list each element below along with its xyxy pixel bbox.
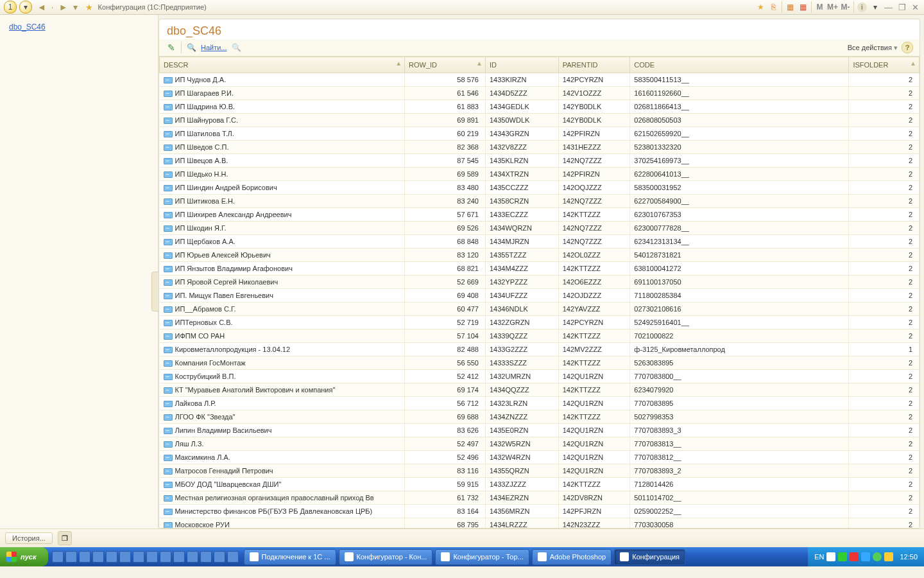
ql-icon[interactable] xyxy=(65,551,77,563)
favorites-icon[interactable]: ★ xyxy=(85,3,93,12)
windows-list-icon[interactable]: ❐ xyxy=(58,531,72,545)
edit-icon[interactable] xyxy=(166,42,177,53)
table-row[interactable]: ИП__Абрамов С.Г.60 47714346NDLK142YAVZZZ… xyxy=(160,302,920,316)
table-row[interactable]: Ляш Л.З.52 4971432W5RZN142QU1RZN77070838… xyxy=(160,437,920,451)
sidebar-collapse-handle[interactable] xyxy=(151,272,158,311)
table-row[interactable]: ИП Янзытов Владимир Агафонович68 8211434… xyxy=(160,262,920,276)
ql-icon[interactable] xyxy=(106,551,117,563)
nav-back-icon[interactable]: ◄ xyxy=(35,2,49,12)
calendar-icon[interactable]: ▦ xyxy=(798,3,808,12)
tray-icon[interactable] xyxy=(838,552,847,561)
info-drop-icon[interactable]: ▾ xyxy=(870,3,880,12)
col-isfolder[interactable]: ISFOLDER▲ xyxy=(849,57,920,73)
nav-drop-icon[interactable]: ▾ xyxy=(71,2,80,12)
table-row[interactable]: Местная религиозная организация правосла… xyxy=(160,491,920,505)
table-row[interactable]: Матросов Геннадий Петрович83 11614355QRZ… xyxy=(160,464,920,478)
taskbar-task[interactable]: Подключение к 1С ... xyxy=(244,549,336,565)
table-row[interactable]: ИП Чуднов Д.А.58 5761433KIRZN142PCYRZN58… xyxy=(160,73,920,87)
ql-icon[interactable] xyxy=(133,551,144,563)
tray-icon[interactable] xyxy=(861,552,870,561)
col-code[interactable]: CODE xyxy=(630,57,849,73)
table-row[interactable]: Министерство финансов РБ(ГБУЗ РБ Давлека… xyxy=(160,505,920,518)
col-parentid[interactable]: PARENTID xyxy=(558,57,630,73)
taskbar-task[interactable]: Adobe Photoshop xyxy=(532,549,612,565)
ql-icon[interactable] xyxy=(187,551,198,563)
help-icon[interactable]: ? xyxy=(902,42,913,53)
close-button[interactable]: ✕ xyxy=(911,3,920,12)
ql-icon[interactable] xyxy=(160,551,171,563)
table-row[interactable]: МБОУ ДОД "Шварцевская ДШИ"59 9151433ZJZZ… xyxy=(160,478,920,491)
table-row[interactable]: Кострубицкий В.П.52 4121432UMRZN142QU1RZ… xyxy=(160,370,920,383)
search-icon[interactable] xyxy=(185,42,197,53)
find-button[interactable]: Найти... xyxy=(201,44,227,51)
mminus-button[interactable]: M- xyxy=(841,3,850,12)
nav-fwd-icon[interactable]: ► xyxy=(56,2,71,12)
clock[interactable]: 12:50 xyxy=(900,553,918,561)
calc-icon[interactable]: ▦ xyxy=(785,3,795,12)
table-row[interactable]: ИП Шведов С.П.82 3681432V8ZZZ1431HEZZZ52… xyxy=(160,141,920,154)
table-row[interactable]: ИП Шадрина Ю.В.61 8831434GEDLK142YB0DLK0… xyxy=(160,100,920,114)
table-row[interactable]: ИП Шитикова Е.Н.83 24014358CRZN142NQ7ZZZ… xyxy=(160,195,920,208)
table-row[interactable]: ИП Шайнурова Г.С.69 89114350WDLK142YB0DL… xyxy=(160,114,920,127)
table-row[interactable]: ИП Юрьев Алексей Юрьевич83 12014355TZZZ1… xyxy=(160,249,920,262)
table-row[interactable]: ИП. Мищук Павел Евгеньевич69 4081434UFZZ… xyxy=(160,289,920,302)
link-icon[interactable]: ⎘ xyxy=(769,3,778,12)
maximize-button[interactable]: ❐ xyxy=(897,3,907,12)
app-dropdown-icon[interactable]: ▾ xyxy=(19,1,32,13)
table-row[interactable]: Максимкина Л.А.52 4961432W4RZN142QU1RZN7… xyxy=(160,451,920,464)
taskbar-task[interactable]: Конфигурация xyxy=(614,549,685,565)
ql-icon[interactable] xyxy=(200,551,212,563)
col-id[interactable]: ID xyxy=(486,57,559,73)
ql-icon[interactable] xyxy=(79,551,90,563)
table-row[interactable]: Компания ГосМонтаж56 55014333SZZZ142KTTZ… xyxy=(160,356,920,370)
table-row[interactable]: Лайкова Л.Р.56 71214323LRZN142QU1RZN7707… xyxy=(160,397,920,410)
history-button[interactable]: История... xyxy=(5,532,53,544)
item-icon xyxy=(164,252,173,259)
ql-icon[interactable] xyxy=(119,551,131,563)
ql-icon[interactable] xyxy=(227,551,239,563)
table-row[interactable]: ИП Яровой Сергей Николаевич52 6691432YPZ… xyxy=(160,276,920,289)
table-row[interactable]: ИП Щербаков А.А.68 8481434MJRZN142NQ7ZZZ… xyxy=(160,235,920,249)
minimize-button[interactable]: — xyxy=(883,3,894,12)
tray-icon[interactable] xyxy=(884,552,893,561)
ql-icon[interactable] xyxy=(214,551,225,563)
table-row[interactable]: ИФПМ СО РАН57 10414339QZZZ142KTTZZZ70210… xyxy=(160,329,920,343)
sidebar-link-dbo[interactable]: dbo_SC46 xyxy=(0,21,158,33)
all-actions-menu[interactable]: Все действия xyxy=(848,44,898,52)
table-row[interactable]: ИПТерновых С.В.52 7191432ZGRZN142PCYRZN5… xyxy=(160,316,920,329)
table-row[interactable]: ИП Шагараев Р.И.61 5461434D5ZZZ142V1OZZZ… xyxy=(160,87,920,100)
table-row[interactable]: ИП Шатилова Т.Л.60 21914343GRZN142PFIRZN… xyxy=(160,127,920,141)
fav-add-icon[interactable]: ★ xyxy=(756,3,766,12)
col-descr[interactable]: DESCR▲ xyxy=(160,57,405,73)
taskbar-task[interactable]: Конфигуратор - Тор... xyxy=(435,549,529,565)
tray-icon[interactable] xyxy=(826,552,835,561)
app-menu-icon[interactable]: 1 xyxy=(4,1,17,13)
table-row[interactable]: ИП Шиндин Андрей Борисович83 4801435CCZZ… xyxy=(160,181,920,195)
table-row[interactable]: ЛГОО ФК "Звезда"69 6881434ZNZZZ142KTTZZZ… xyxy=(160,410,920,424)
task-icon xyxy=(620,552,629,561)
table-row[interactable]: ИП Шедько Н.Н.69 5891434XTRZN142PFIRZN62… xyxy=(160,168,920,181)
mplus-button[interactable]: M+ xyxy=(828,3,837,12)
ql-icon[interactable] xyxy=(92,551,104,563)
ql-icon[interactable] xyxy=(146,551,158,563)
m-button[interactable]: M xyxy=(815,3,825,12)
tray-icon[interactable] xyxy=(873,552,882,561)
clear-search-icon[interactable] xyxy=(231,42,243,53)
taskbar-task[interactable]: Конфигуратор - Кон... xyxy=(339,549,433,565)
col-rowid[interactable]: ROW_ID▲ xyxy=(405,57,486,73)
table-row[interactable]: КТ "Муравьев Анатолий Викторович и компа… xyxy=(160,383,920,397)
table-row[interactable]: ИП Шкодин Я.Г.69 5261434WQRZN142NQ7ZZZ62… xyxy=(160,222,920,235)
ql-icon[interactable] xyxy=(52,551,64,563)
start-button[interactable]: пуск xyxy=(0,547,48,566)
data-grid[interactable]: DESCR▲ ROW_ID▲ ID PARENTID CODE ISFOLDER… xyxy=(159,57,920,528)
table-row[interactable]: Липин Владимир Васильевич83 6261435E0RZN… xyxy=(160,424,920,437)
ql-icon[interactable] xyxy=(173,551,185,563)
table-row[interactable]: Кировметаллопродукция - 13.04.1282 48814… xyxy=(160,343,920,356)
item-icon xyxy=(164,468,173,475)
lang-indicator[interactable]: EN xyxy=(814,553,824,561)
info-icon[interactable]: i xyxy=(857,3,867,12)
table-row[interactable]: ИП Шихирев Александр Андреевич57 6711433… xyxy=(160,208,920,222)
table-row[interactable]: Московское РУИ68 7951434LRZZZ142N23ZZZ77… xyxy=(160,518,920,529)
table-row[interactable]: ИП Швецов А.В.87 5451435KLRZN142NQ7ZZZ37… xyxy=(160,154,920,168)
tray-icon[interactable] xyxy=(850,552,859,561)
